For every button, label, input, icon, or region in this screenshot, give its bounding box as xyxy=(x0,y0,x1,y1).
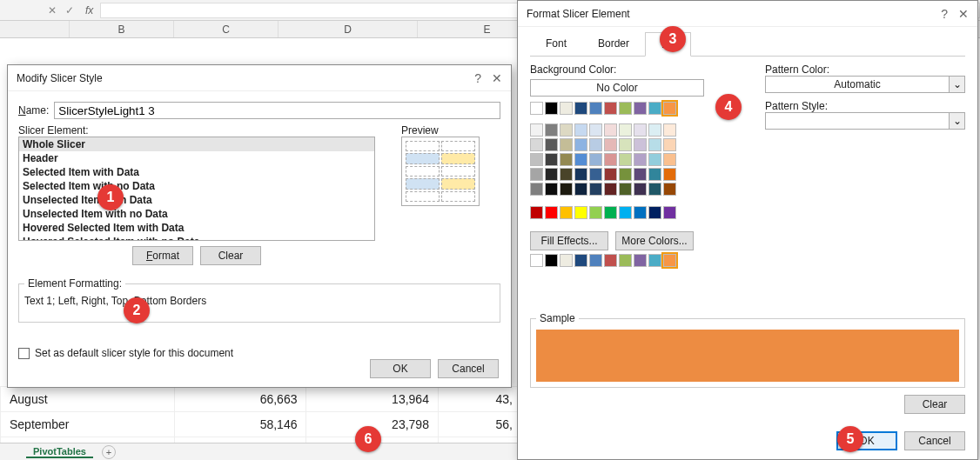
color-swatch[interactable] xyxy=(560,123,573,137)
color-swatch[interactable] xyxy=(604,102,617,115)
col-head-b[interactable]: B xyxy=(70,21,174,37)
color-swatch[interactable] xyxy=(574,138,587,151)
color-swatch[interactable] xyxy=(663,254,676,267)
color-swatch[interactable] xyxy=(604,123,617,137)
color-swatch[interactable] xyxy=(648,138,661,151)
color-swatch[interactable] xyxy=(530,153,543,166)
list-item[interactable]: Whole Slicer xyxy=(19,137,374,151)
fill-effects-button[interactable]: Fill Effects... xyxy=(530,231,608,250)
sheet-tab-active[interactable]: PivotTables xyxy=(26,446,93,458)
color-swatch[interactable] xyxy=(545,123,558,137)
sheet-tabs[interactable]: PivotTables + xyxy=(0,443,522,460)
color-swatch[interactable] xyxy=(574,183,587,196)
list-item[interactable]: Unselected Item with no Data xyxy=(19,207,374,221)
color-swatch[interactable] xyxy=(634,138,647,151)
color-swatch[interactable] xyxy=(545,206,558,219)
color-swatch[interactable] xyxy=(604,206,617,219)
color-swatch[interactable] xyxy=(619,206,632,219)
color-swatch[interactable] xyxy=(663,168,676,181)
color-swatch[interactable] xyxy=(589,183,602,196)
clear-button[interactable]: Clear xyxy=(200,246,261,265)
tab-border[interactable]: Border xyxy=(582,32,645,56)
color-swatch[interactable] xyxy=(648,254,661,267)
color-swatch[interactable] xyxy=(530,102,543,115)
more-colors-button[interactable]: More Colors... xyxy=(615,231,694,250)
color-swatch[interactable] xyxy=(663,183,676,196)
color-swatch[interactable] xyxy=(589,206,602,219)
color-swatch[interactable] xyxy=(560,138,573,151)
color-swatch[interactable] xyxy=(648,153,661,166)
color-swatch[interactable] xyxy=(530,168,543,181)
color-swatch[interactable] xyxy=(574,206,587,219)
slicer-element-list[interactable]: Whole Slicer Header Selected Item with D… xyxy=(18,137,375,241)
color-swatch[interactable] xyxy=(574,168,587,181)
name-input[interactable] xyxy=(54,102,500,119)
no-color-button[interactable]: No Color xyxy=(530,79,704,97)
color-swatch[interactable] xyxy=(604,168,617,181)
color-swatch[interactable] xyxy=(589,138,602,151)
color-swatch[interactable] xyxy=(589,153,602,166)
chevron-down-icon[interactable]: ⌄ xyxy=(950,76,965,93)
color-swatch[interactable] xyxy=(574,102,587,115)
color-swatch[interactable] xyxy=(560,168,573,181)
color-swatch[interactable] xyxy=(634,123,647,137)
list-item[interactable]: Header xyxy=(19,151,374,165)
color-swatch[interactable] xyxy=(545,102,558,115)
cancel-button[interactable]: Cancel xyxy=(904,431,965,450)
color-swatch[interactable] xyxy=(545,168,558,181)
color-swatch[interactable] xyxy=(574,153,587,166)
fx-icon[interactable]: fx xyxy=(85,4,93,17)
list-item[interactable]: Hovered Selected Item with no Data xyxy=(19,235,374,241)
list-item[interactable]: Selected Item with Data xyxy=(19,165,374,179)
color-swatch[interactable] xyxy=(619,102,632,115)
color-swatch[interactable] xyxy=(634,206,647,219)
color-swatch[interactable] xyxy=(663,123,676,137)
color-swatch[interactable] xyxy=(604,254,617,267)
color-swatch[interactable] xyxy=(574,123,587,137)
color-swatch[interactable] xyxy=(530,123,543,137)
color-swatch[interactable] xyxy=(663,102,676,115)
color-swatch[interactable] xyxy=(604,138,617,151)
color-swatch[interactable] xyxy=(619,183,632,196)
color-swatch[interactable] xyxy=(560,102,573,115)
color-swatch[interactable] xyxy=(634,254,647,267)
color-swatch[interactable] xyxy=(589,123,602,137)
color-swatch[interactable] xyxy=(530,183,543,196)
col-head-d[interactable]: D xyxy=(279,21,418,37)
color-swatch[interactable] xyxy=(634,183,647,196)
color-swatch[interactable] xyxy=(634,153,647,166)
col-head-c[interactable]: C xyxy=(174,21,279,37)
ok-button[interactable]: OK xyxy=(370,359,431,378)
color-swatch[interactable] xyxy=(545,183,558,196)
default-style-checkbox[interactable] xyxy=(18,348,30,359)
color-swatch[interactable] xyxy=(648,206,661,219)
chevron-down-icon[interactable]: ⌄ xyxy=(950,112,965,130)
color-swatch[interactable] xyxy=(648,102,661,115)
format-button[interactable]: FFormatormat xyxy=(132,246,193,265)
cancel-button[interactable]: Cancel xyxy=(438,359,499,378)
color-swatch[interactable] xyxy=(589,102,602,115)
color-swatch[interactable] xyxy=(530,206,543,219)
list-item[interactable]: Unselected Item with Data xyxy=(19,193,374,207)
color-swatch[interactable] xyxy=(663,206,676,219)
color-swatch[interactable] xyxy=(619,123,632,137)
color-swatch[interactable] xyxy=(648,123,661,137)
help-icon[interactable]: ? xyxy=(941,7,948,21)
color-swatch[interactable] xyxy=(604,153,617,166)
color-swatch[interactable] xyxy=(634,102,647,115)
list-item[interactable]: Selected Item with no Data xyxy=(19,179,374,193)
help-icon[interactable]: ? xyxy=(474,71,481,85)
color-swatch[interactable] xyxy=(663,138,676,151)
pattern-color-dropdown[interactable]: Automatic ⌄ xyxy=(765,76,965,93)
close-icon[interactable]: ✕ xyxy=(958,7,969,21)
color-swatch[interactable] xyxy=(545,138,558,151)
color-swatch[interactable] xyxy=(545,254,558,267)
color-swatch[interactable] xyxy=(589,168,602,181)
color-swatch[interactable] xyxy=(589,254,602,267)
pattern-style-dropdown[interactable]: ⌄ xyxy=(765,112,965,130)
color-swatch[interactable] xyxy=(634,168,647,181)
color-swatch[interactable] xyxy=(574,254,587,267)
color-swatch[interactable] xyxy=(619,138,632,151)
color-swatch[interactable] xyxy=(530,254,543,267)
clear-button[interactable]: Clear xyxy=(904,395,965,414)
